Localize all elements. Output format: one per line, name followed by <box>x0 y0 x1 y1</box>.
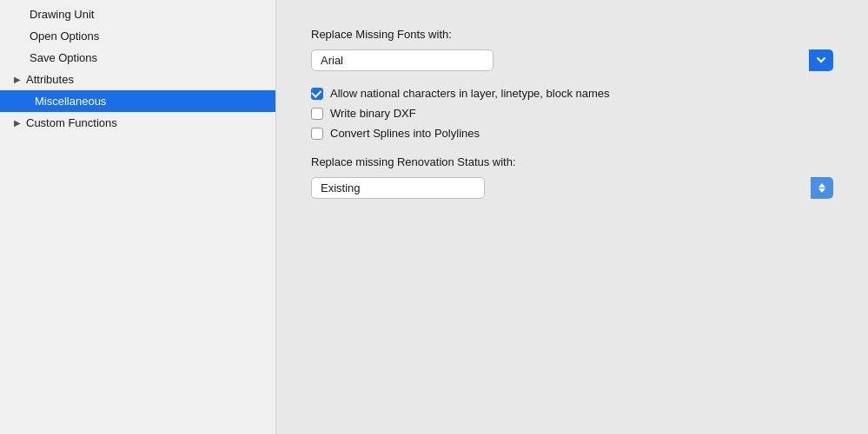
renovation-dropdown-stepper <box>811 177 833 199</box>
fonts-dropdown-wrapper: Arial Times New Roman Helvetica Courier … <box>311 49 833 71</box>
sidebar-item-miscellaneous[interactable]: Miscellaneous <box>0 90 275 112</box>
checkbox-convert-splines[interactable] <box>311 128 323 140</box>
fonts-label: Replace Missing Fonts with: <box>311 28 833 41</box>
main-content: Replace Missing Fonts with: Arial Times … <box>276 0 868 434</box>
checkbox-row-national-chars[interactable]: Allow national characters in layer, line… <box>311 87 833 100</box>
sidebar-item-drawing-unit[interactable]: Drawing Unit <box>0 3 275 25</box>
checkbox-national-chars[interactable] <box>311 88 323 100</box>
sidebar-item-open-options[interactable]: Open Options <box>0 25 275 47</box>
renovation-section: Replace missing Renovation Status with: … <box>311 155 833 199</box>
sidebar-item-label: Open Options <box>30 30 99 43</box>
sidebar-item-attributes[interactable]: ▶ Attributes <box>0 69 275 90</box>
renovation-dropdown-wrapper: Existing New Demolished Existing to Rema… <box>311 177 833 199</box>
stepper-up-icon <box>818 183 825 187</box>
stepper-down-icon <box>818 188 825 193</box>
renovation-label: Replace missing Renovation Status with: <box>311 155 833 168</box>
checkbox-row-convert-splines[interactable]: Convert Splines into Polylines <box>311 127 833 140</box>
fonts-section: Replace Missing Fonts with: Arial Times … <box>311 28 833 71</box>
fonts-dropdown-arrow <box>809 49 833 71</box>
checkbox-binary-dxf[interactable] <box>311 108 323 120</box>
sidebar-item-custom-functions[interactable]: ▶ Custom Functions <box>0 112 275 134</box>
chevron-down-icon <box>817 57 825 63</box>
sidebar-item-label: Attributes <box>26 73 74 86</box>
renovation-dropdown[interactable]: Existing New Demolished Existing to Rema… <box>311 177 485 199</box>
sidebar-item-save-options[interactable]: Save Options <box>0 47 275 69</box>
sidebar-item-label: Save Options <box>30 51 97 64</box>
fonts-dropdown[interactable]: Arial Times New Roman Helvetica Courier … <box>311 49 494 71</box>
checkbox-row-binary-dxf[interactable]: Write binary DXF <box>311 107 833 120</box>
checkbox-label-national-chars: Allow national characters in layer, line… <box>330 87 610 100</box>
checkbox-label-convert-splines: Convert Splines into Polylines <box>330 127 480 140</box>
checkbox-label-binary-dxf: Write binary DXF <box>330 107 416 120</box>
chevron-right-icon: ▶ <box>14 75 21 84</box>
sidebar-item-label: Custom Functions <box>26 116 117 129</box>
sidebar-item-label: Miscellaneous <box>35 95 106 108</box>
sidebar: Drawing Unit Open Options Save Options ▶… <box>0 0 276 434</box>
sidebar-item-label: Drawing Unit <box>30 8 94 21</box>
chevron-right-icon: ▶ <box>14 118 21 128</box>
checkboxes-section: Allow national characters in layer, line… <box>311 85 833 141</box>
